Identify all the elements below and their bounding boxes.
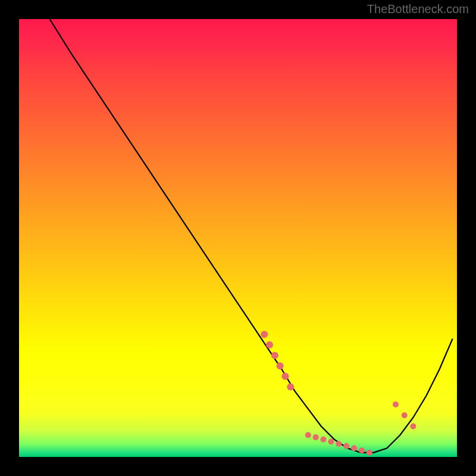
data-point: [271, 352, 278, 359]
data-point: [281, 373, 289, 380]
data-point: [410, 423, 416, 429]
data-point: [343, 443, 349, 449]
data-point: [305, 432, 311, 438]
data-point: [313, 434, 319, 440]
data-point: [402, 412, 408, 418]
data-point: [351, 445, 357, 451]
bottleneck-curve: [50, 19, 453, 453]
data-point: [367, 450, 372, 456]
data-point: [393, 402, 399, 408]
data-point: [336, 441, 342, 447]
data-point: [277, 362, 284, 369]
plot-area: [19, 19, 457, 457]
data-point: [287, 383, 294, 390]
data-point: [359, 447, 365, 453]
watermark-text: TheBottleneck.com: [367, 2, 469, 16]
data-points: [261, 331, 416, 456]
data-point: [328, 439, 334, 444]
data-point: [261, 331, 268, 338]
data-point: [321, 437, 327, 443]
data-point: [266, 342, 273, 349]
chart-svg: [19, 19, 457, 457]
